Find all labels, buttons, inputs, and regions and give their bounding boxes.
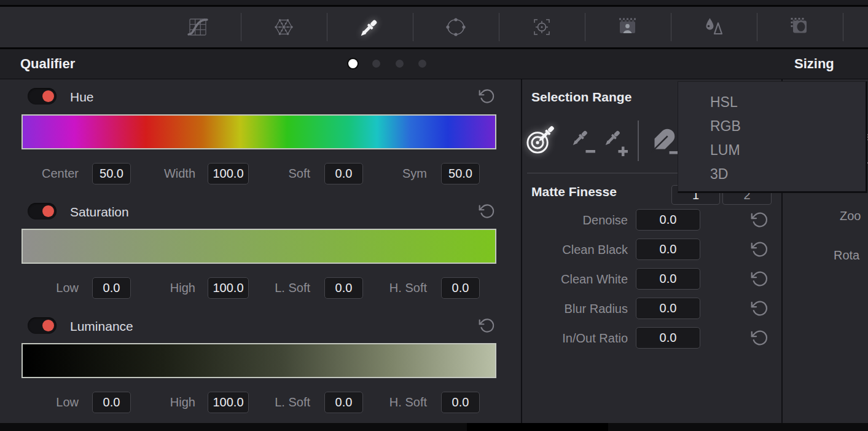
- luminance-gradient-bar[interactable]: [22, 343, 496, 378]
- toolbar-divider: [585, 13, 585, 41]
- toolbar-divider: [241, 13, 241, 41]
- top-strip: [0, 0, 868, 7]
- mode-option-hsl[interactable]: HSL: [710, 90, 851, 114]
- curves-icon[interactable]: [184, 13, 212, 41]
- page-dot-2[interactable]: [372, 60, 380, 68]
- picker-divider: [638, 121, 639, 161]
- hue-width-value[interactable]: 100.0: [208, 163, 249, 184]
- selection-range-title: Selection Range: [531, 90, 631, 105]
- magic-mask-icon[interactable]: [614, 13, 642, 41]
- luminance-lsoft-label: L. Soft: [247, 391, 310, 413]
- clean-white-label: Clean White: [527, 268, 628, 290]
- matte-finesse-title: Matte Finesse: [531, 184, 617, 199]
- mode-option-rgb[interactable]: RGB: [710, 114, 851, 138]
- toolbar-divider: [499, 13, 499, 41]
- saturation-label: Saturation: [70, 205, 129, 219]
- luminance-hsoft-value[interactable]: 0.0: [441, 392, 480, 413]
- luminance-lsoft-value[interactable]: 0.0: [324, 392, 363, 413]
- luminance-low-label: Low: [22, 391, 79, 413]
- saturation-low-value[interactable]: 0.0: [92, 277, 131, 299]
- blur-radius-label: Blur Radius: [527, 298, 628, 320]
- luminance-high-label: High: [129, 391, 195, 413]
- clean-black-value[interactable]: 0.0: [636, 239, 700, 260]
- toolbar-divider: [843, 13, 843, 41]
- clean-black-reset-button[interactable]: [751, 240, 768, 258]
- power-window-icon[interactable]: [442, 13, 470, 41]
- luminance-low-value[interactable]: 0.0: [92, 392, 131, 413]
- pick-color-button[interactable]: [524, 121, 562, 159]
- in-out-ratio-reset-button[interactable]: [751, 329, 768, 347]
- bottom-bar-segment: [467, 423, 608, 431]
- luminance-reset-button[interactable]: [479, 317, 495, 334]
- hue-gradient-bar[interactable]: [22, 114, 496, 149]
- hue-toggle[interactable]: [28, 88, 57, 105]
- hue-width-label: Width: [129, 162, 195, 184]
- luminance-label: Luminance: [70, 319, 133, 334]
- palette-toolbar: [0, 7, 868, 49]
- page-title: Qualifier: [20, 49, 75, 79]
- hue-center-value[interactable]: 50.0: [92, 163, 131, 184]
- qualifier-panel: Qualifier HSL Sizing Hue: [0, 0, 868, 431]
- toolbar-divider: [671, 13, 671, 41]
- page-dot-1[interactable]: [348, 59, 358, 68]
- header-bottom-line: [0, 79, 868, 79]
- sizing-title: Sizing: [794, 49, 834, 79]
- keyer-icon[interactable]: [786, 13, 814, 41]
- saturation-high-value[interactable]: 100.0: [208, 277, 249, 299]
- mode-menu: HSL RGB LUM 3D: [678, 81, 867, 193]
- blur-radius-reset-button[interactable]: [751, 299, 768, 317]
- tracker-icon[interactable]: [528, 13, 556, 41]
- blur-sharpen-icon[interactable]: [700, 13, 728, 41]
- qualifier-header: Qualifier HSL Sizing: [0, 49, 868, 79]
- hue-reset-button[interactable]: [479, 88, 495, 105]
- hue-soft-value[interactable]: 0.0: [324, 163, 363, 184]
- luminance-toggle[interactable]: [28, 317, 57, 334]
- hue-sym-value[interactable]: 50.0: [441, 163, 480, 184]
- denoise-label: Denoise: [527, 209, 628, 231]
- mode-option-3d[interactable]: 3D: [710, 162, 851, 186]
- saturation-lsoft-label: L. Soft: [247, 277, 310, 299]
- mode-option-lum[interactable]: LUM: [710, 138, 851, 162]
- luminance-high-value[interactable]: 100.0: [208, 392, 249, 413]
- saturation-low-label: Low: [22, 277, 79, 299]
- toolbar-divider: [413, 13, 413, 41]
- qualifier-icon[interactable]: [356, 13, 384, 41]
- saturation-hsoft-value[interactable]: 0.0: [441, 277, 480, 299]
- page-dot-4[interactable]: [418, 60, 426, 68]
- hue-sym-label: Sym: [364, 162, 427, 184]
- denoise-reset-button[interactable]: [751, 211, 768, 229]
- in-out-ratio-value[interactable]: 0.0: [636, 327, 700, 349]
- hue-soft-label: Soft: [247, 162, 310, 184]
- hue-center-label: Center: [22, 162, 79, 184]
- denoise-value[interactable]: 0.0: [636, 209, 700, 231]
- saturation-gradient-bar[interactable]: [22, 229, 496, 264]
- clean-black-label: Clean Black: [527, 239, 628, 261]
- toggle-knob: [42, 320, 54, 331]
- saturation-hsoft-label: H. Soft: [364, 277, 427, 299]
- saturation-high-label: High: [129, 277, 195, 299]
- toggle-knob: [42, 205, 54, 217]
- color-warper-icon[interactable]: [270, 13, 298, 41]
- bottom-bar: [0, 423, 868, 431]
- feather-subtract-button[interactable]: [647, 125, 679, 156]
- hue-label: Hue: [70, 90, 94, 105]
- toolbar-divider: [327, 13, 327, 41]
- pick-subtract-button[interactable]: [568, 125, 599, 156]
- clean-white-value[interactable]: 0.0: [636, 268, 700, 290]
- page-dot-3[interactable]: [396, 60, 404, 68]
- toolbar-divider: [757, 13, 757, 41]
- in-out-ratio-label: In/Out Ratio: [527, 327, 628, 349]
- sizing-zoom-label: Zoo: [840, 209, 861, 223]
- saturation-lsoft-value[interactable]: 0.0: [324, 277, 363, 299]
- clean-white-reset-button[interactable]: [751, 270, 768, 288]
- sizing-rotate-label: Rota: [834, 248, 859, 263]
- pick-add-button[interactable]: [601, 125, 631, 156]
- luminance-hsoft-label: H. Soft: [364, 391, 427, 413]
- saturation-reset-button[interactable]: [479, 203, 495, 219]
- saturation-toggle[interactable]: [28, 203, 57, 219]
- panel-divider: [521, 79, 522, 423]
- blur-radius-value[interactable]: 0.0: [636, 298, 700, 319]
- toggle-knob: [42, 90, 54, 102]
